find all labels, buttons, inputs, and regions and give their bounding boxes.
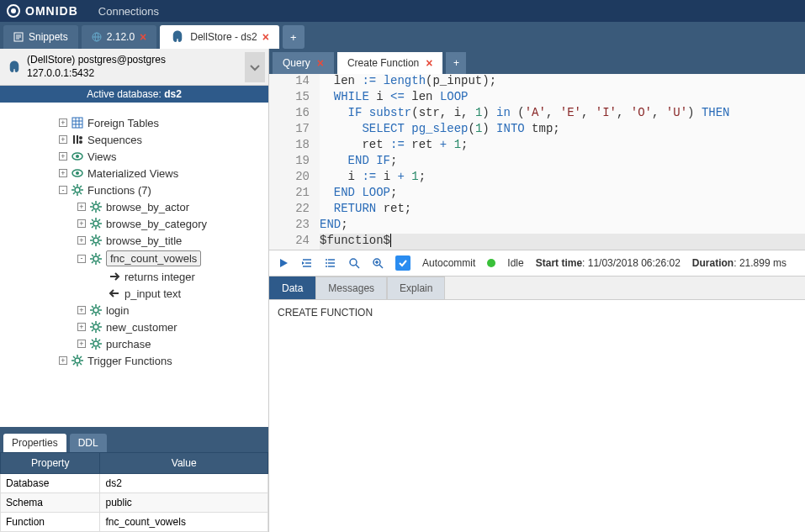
code-text[interactable]: i := i + 1; — [320, 170, 805, 186]
code-text[interactable]: len := length(p_input); — [320, 74, 805, 90]
code-line[interactable]: 23END; — [269, 218, 805, 234]
code-line[interactable]: 20 i := i + 1; — [269, 170, 805, 186]
code-text[interactable]: END; — [320, 218, 805, 234]
line-number: 15 — [269, 90, 320, 106]
tree-toggle[interactable]: + — [77, 306, 86, 314]
tab-version[interactable]: 2.12.0 × — [82, 25, 157, 49]
line-number: 17 — [269, 122, 320, 138]
close-icon[interactable]: × — [317, 56, 324, 70]
tree-toggle[interactable]: - — [77, 255, 86, 263]
code-text[interactable]: IF substr(str, i, 1) in ('A', 'E', 'I', … — [320, 106, 805, 122]
code-line[interactable]: 18 ret := ret + 1; — [269, 138, 805, 154]
tree-toggle[interactable]: + — [59, 356, 67, 365]
tree-node[interactable]: +new_customer — [0, 319, 268, 335]
search-button[interactable] — [348, 257, 360, 269]
tree-node[interactable]: p_input text — [0, 285, 268, 302]
code-line[interactable]: 19 END IF; — [269, 154, 805, 170]
tree-node[interactable]: -Functions (7) — [0, 182, 268, 198]
gear-icon — [89, 252, 103, 266]
tree-node[interactable]: +Views — [0, 148, 268, 165]
object-tree[interactable]: +Foreign Tables+Sequences+Views+Material… — [0, 103, 268, 427]
code-line[interactable]: 21 END LOOP; — [269, 186, 805, 202]
gear-icon — [89, 200, 103, 213]
tree-toggle[interactable]: + — [77, 219, 86, 228]
code-line[interactable]: 15 WHILE i <= len LOOP — [269, 90, 805, 106]
tree-toggle[interactable]: + — [77, 203, 86, 211]
run-button[interactable] — [278, 257, 289, 269]
active-database-banner: Active database: ds2 — [0, 86, 268, 103]
tree-node[interactable]: +Sequences — [0, 131, 268, 148]
close-icon[interactable]: × — [426, 56, 432, 70]
code-text[interactable]: RETURN ret; — [320, 202, 805, 218]
tree-toggle[interactable]: + — [59, 135, 67, 144]
tab-messages[interactable]: Messages — [315, 277, 387, 299]
tree-node[interactable]: +purchase — [0, 335, 268, 352]
svg-point-14 — [79, 136, 82, 140]
table-row: Databaseds2 — [1, 474, 268, 493]
code-line[interactable]: 24$function$ — [269, 234, 805, 250]
view-icon — [71, 166, 84, 180]
list-button[interactable] — [325, 257, 336, 269]
svg-point-19 — [76, 171, 79, 175]
tree-toggle — [96, 272, 104, 281]
code-text[interactable]: END IF; — [320, 154, 805, 170]
tree-toggle[interactable]: + — [77, 323, 86, 331]
code-editor[interactable]: 14 len := length(p_input);15 WHILE i <= … — [269, 74, 805, 250]
tree-label: purchase — [106, 338, 151, 350]
tree-toggle[interactable]: + — [77, 340, 86, 348]
tab-label: 2.12.0 — [107, 31, 135, 43]
add-tab-button[interactable]: + — [283, 25, 305, 49]
autocommit-checkbox[interactable] — [395, 255, 410, 271]
tree-node[interactable]: +Materialized Views — [0, 165, 268, 182]
code-text[interactable]: ret := ret + 1; — [320, 138, 805, 154]
connections-link[interactable]: Connections — [98, 5, 159, 18]
zoom-button[interactable] — [372, 257, 384, 269]
content-area: Query × Create Function × + 14 len := le… — [269, 49, 805, 532]
connection-dropdown[interactable] — [245, 52, 265, 82]
tree-node[interactable]: +Foreign Tables — [0, 114, 268, 131]
main-area: (DellStore) postgres@postgres 127.0.0.1:… — [0, 49, 805, 532]
start-time: Start time: 11/03/2018 06:26:02 — [536, 257, 681, 269]
status-idle-icon — [487, 259, 495, 267]
tree-toggle[interactable]: + — [59, 152, 67, 161]
code-text[interactable]: END LOOP; — [320, 186, 805, 202]
close-icon[interactable]: × — [262, 30, 269, 44]
tree-node[interactable]: +browse_by_category — [0, 215, 268, 232]
tab-dellstore[interactable]: DellStore - ds2 × — [160, 25, 279, 49]
tab-ddl[interactable]: DDL — [70, 434, 107, 452]
tab-snippets[interactable]: Snippets — [3, 25, 78, 49]
add-inner-tab-button[interactable]: + — [446, 52, 466, 74]
duration: Duration: 21.899 ms — [692, 257, 786, 269]
code-line[interactable]: 22 RETURN ret; — [269, 202, 805, 218]
tree-node[interactable]: +login — [0, 302, 268, 319]
indent-button[interactable] — [301, 257, 313, 269]
tab-explain[interactable]: Explain — [387, 277, 445, 299]
code-line[interactable]: 14 len := length(p_input); — [269, 74, 805, 90]
tab-create-function[interactable]: Create Function × — [337, 52, 443, 74]
tree-toggle[interactable]: + — [59, 119, 67, 127]
tree-node[interactable]: returns integer — [0, 268, 268, 285]
tree-node[interactable]: -fnc_count_vowels — [0, 249, 268, 268]
tree-node[interactable]: +Trigger Functions — [0, 352, 268, 369]
tree-label: Foreign Tables — [87, 117, 159, 129]
code-text[interactable]: SELECT pg_sleep(1) INTO tmp; — [320, 122, 805, 138]
tree-label: browse_by_category — [106, 218, 207, 230]
gear-icon — [71, 183, 84, 197]
tab-query[interactable]: Query × — [273, 52, 334, 74]
close-icon[interactable]: × — [140, 30, 146, 44]
tree-toggle[interactable]: + — [77, 236, 86, 245]
properties-table: Property Value Databaseds2SchemapublicFu… — [0, 452, 268, 532]
code-line[interactable]: 17 SELECT pg_sleep(1) INTO tmp; — [269, 122, 805, 138]
code-line[interactable]: 16 IF substr(str, i, 1) in ('A', 'E', 'I… — [269, 106, 805, 122]
editor-toolbar: Autocommit Idle Start time: 11/03/2018 0… — [269, 250, 805, 277]
tab-properties[interactable]: Properties — [3, 434, 66, 452]
seq-icon — [71, 133, 84, 146]
tree-node[interactable]: +browse_by_actor — [0, 198, 268, 215]
code-text[interactable]: WHILE i <= len LOOP — [320, 90, 805, 106]
tree-toggle[interactable]: - — [59, 186, 67, 194]
tree-node[interactable]: +browse_by_title — [0, 232, 268, 249]
tree-toggle[interactable]: + — [59, 169, 67, 177]
tab-data[interactable]: Data — [269, 277, 315, 299]
code-text[interactable]: $function$ — [320, 234, 805, 250]
postgres-icon — [170, 29, 185, 45]
